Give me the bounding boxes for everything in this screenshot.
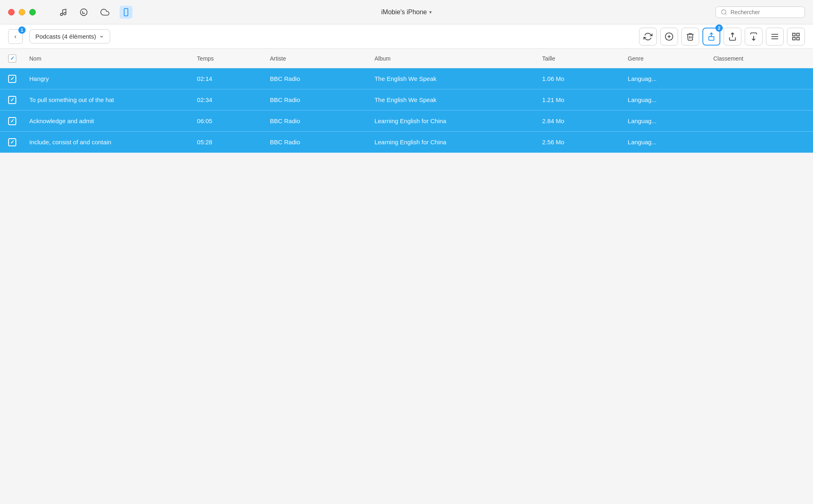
row-album-2: The English We Speak	[370, 96, 537, 103]
row-artiste-1: BBC Radio	[265, 75, 370, 82]
col-header-classement: Classement	[709, 55, 813, 62]
export-icon	[728, 32, 737, 41]
toolbar: ‹ 1 Podcasts (4 éléments)	[0, 24, 813, 49]
svg-rect-15	[793, 33, 795, 35]
toolbar-actions: 2	[639, 28, 805, 46]
row-taille-3: 2.84 Mo	[537, 117, 623, 124]
row-nom-4: Include, consist of and contain	[24, 139, 192, 146]
col-header-temps: Temps	[192, 55, 265, 62]
svg-point-2	[80, 9, 87, 15]
transfer-to-device-button[interactable]: 2	[702, 28, 720, 46]
title-bar-icons	[56, 6, 133, 19]
grid-view-icon	[791, 32, 800, 41]
badge-1: 1	[18, 26, 26, 34]
svg-point-5	[722, 10, 726, 14]
search-icon	[721, 9, 727, 15]
transfer-to-device-icon	[707, 32, 716, 41]
add-icon	[665, 32, 674, 41]
row-genre-3: Languag...	[623, 117, 709, 124]
select-all-checkbox[interactable]	[0, 54, 24, 63]
device-title: iMobie's iPhone ▾	[381, 9, 432, 16]
row-taille-4: 2.56 Mo	[537, 139, 623, 146]
row-album-1: The English We Speak	[370, 75, 537, 82]
row-taille-2: 1.21 Mo	[537, 96, 623, 103]
iphone-icon[interactable]	[120, 6, 133, 19]
col-header-taille: Taille	[537, 55, 623, 62]
trash-icon	[686, 32, 695, 41]
col-header-artiste: Artiste	[265, 55, 370, 62]
sync-button[interactable]	[639, 28, 657, 46]
svg-rect-18	[797, 37, 799, 39]
search-input[interactable]	[730, 9, 796, 15]
table-row[interactable]: Acknowledge and admit 06:05 BBC Radio Le…	[0, 111, 813, 132]
music-note-icon[interactable]	[56, 6, 69, 19]
svg-rect-16	[797, 33, 799, 35]
row-temps-3: 06:05	[192, 117, 265, 124]
col-header-genre: Genre	[623, 55, 709, 62]
device-chevron-icon[interactable]: ▾	[429, 9, 432, 15]
row-genre-2: Languag...	[623, 96, 709, 103]
dropdown-chevron-icon	[99, 34, 104, 39]
row-checkbox-1[interactable]	[0, 75, 24, 83]
row-genre-1: Languag...	[623, 75, 709, 82]
row-album-4: Learning English for China	[370, 139, 537, 146]
row-album-3: Learning English for China	[370, 117, 537, 124]
delete-button[interactable]	[681, 28, 699, 46]
table-row[interactable]: To pull something out of the hat 02:34 B…	[0, 89, 813, 111]
title-bar: iMobie's iPhone ▾	[0, 0, 813, 24]
col-header-album: Album	[370, 55, 537, 62]
add-button[interactable]	[660, 28, 678, 46]
list-view-button[interactable]	[766, 28, 784, 46]
col-header-nom: Nom	[24, 55, 192, 62]
badge-2: 2	[715, 24, 723, 32]
table-row[interactable]: Include, consist of and contain 05:28 BB…	[0, 132, 813, 153]
row-nom-2: To pull something out of the hat	[24, 96, 192, 103]
table-header: Nom Temps Artiste Album Taille Genre Cla…	[0, 49, 813, 68]
table-row[interactable]: Hangry 02:14 BBC Radio The English We Sp…	[0, 68, 813, 89]
row-artiste-3: BBC Radio	[265, 117, 370, 124]
export-button[interactable]	[724, 28, 741, 46]
import-icon	[749, 32, 758, 41]
svg-line-6	[725, 13, 726, 15]
grid-view-button[interactable]	[787, 28, 805, 46]
close-button[interactable]	[8, 9, 15, 15]
row-artiste-4: BBC Radio	[265, 139, 370, 146]
svg-rect-17	[793, 37, 795, 39]
traffic-lights	[8, 9, 36, 15]
refresh-circle-icon[interactable]	[77, 6, 90, 19]
maximize-button[interactable]	[29, 9, 36, 15]
import-button[interactable]	[745, 28, 763, 46]
row-checkbox-3[interactable]	[0, 117, 24, 125]
row-nom-1: Hangry	[24, 75, 192, 82]
row-temps-4: 05:28	[192, 139, 265, 146]
row-genre-4: Languag...	[623, 139, 709, 146]
list-view-icon	[770, 32, 779, 41]
row-temps-1: 02:14	[192, 75, 265, 82]
category-dropdown[interactable]: Podcasts (4 éléments)	[29, 29, 110, 43]
empty-content-area	[0, 153, 813, 504]
back-button[interactable]: ‹ 1	[8, 29, 23, 44]
search-bar[interactable]	[715, 7, 805, 18]
podcast-table: Nom Temps Artiste Album Taille Genre Cla…	[0, 49, 813, 153]
row-checkbox-2[interactable]	[0, 96, 24, 104]
row-taille-1: 1.06 Mo	[537, 75, 623, 82]
row-artiste-2: BBC Radio	[265, 96, 370, 103]
cloud-icon[interactable]	[98, 6, 111, 19]
row-temps-2: 02:34	[192, 96, 265, 103]
minimize-button[interactable]	[19, 9, 25, 15]
sync-icon	[643, 32, 652, 41]
row-nom-3: Acknowledge and admit	[24, 117, 192, 124]
row-checkbox-4[interactable]	[0, 138, 24, 146]
